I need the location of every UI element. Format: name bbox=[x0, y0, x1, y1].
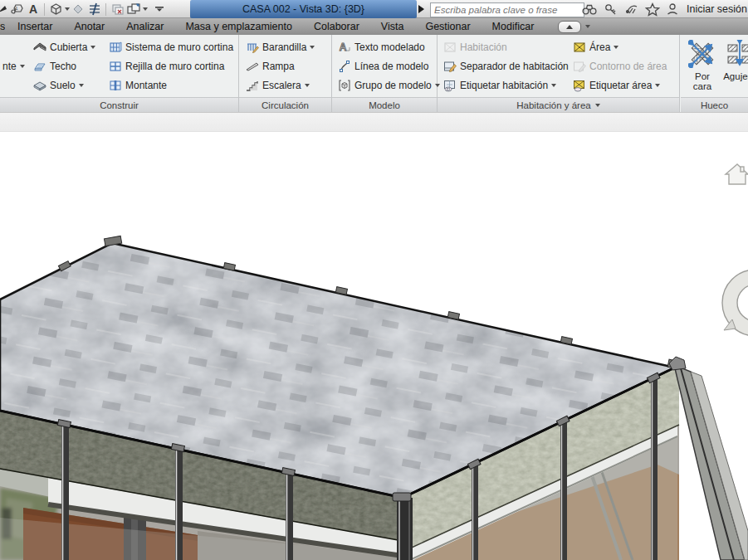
signin-label[interactable]: Iniciar sesión bbox=[687, 3, 747, 15]
customize-qat-icon[interactable] bbox=[151, 1, 168, 17]
chevron-down-icon bbox=[551, 84, 556, 87]
revit-window: 1 A bbox=[0, 0, 748, 560]
sloped-glazing-right[interactable] bbox=[669, 357, 748, 560]
area-button[interactable]: Área bbox=[570, 37, 678, 56]
panel-construir: nte Cubierta Techo bbox=[0, 35, 239, 112]
tab-overflow-fragment[interactable]: s bbox=[0, 21, 5, 32]
ribbon-collapse-button[interactable] bbox=[558, 21, 581, 33]
montante-icon bbox=[109, 79, 122, 92]
por-cara-icon bbox=[688, 40, 716, 68]
texto-modelado-button[interactable]: A Texto modelado bbox=[335, 37, 435, 56]
search-input[interactable] bbox=[430, 2, 584, 17]
tag-icon[interactable]: 1 bbox=[8, 1, 25, 17]
agujero-button[interactable]: Agujero bbox=[723, 37, 748, 91]
tab-anotar[interactable]: Anotar bbox=[74, 21, 105, 32]
grupo-de-modelo-button[interactable]: Grupo de modelo bbox=[335, 75, 435, 95]
quick-access-toolbar: 1 A bbox=[0, 0, 168, 18]
linea-de-modelo-button[interactable]: Línea de modelo bbox=[335, 56, 435, 75]
chevron-down-icon bbox=[90, 46, 95, 49]
contorno-de-area-button: Contorno de área bbox=[570, 56, 678, 75]
signin-person-icon[interactable] bbox=[666, 2, 679, 16]
close-hidden-windows-icon[interactable] bbox=[109, 1, 125, 17]
document-title: CASA 002 - Vista 3D: {3D} bbox=[190, 0, 417, 18]
panel-circulacion: Barandilla Rampa Escalera Circulación bbox=[239, 35, 332, 112]
linea-de-modelo-icon bbox=[338, 60, 351, 73]
barandilla-icon bbox=[246, 41, 259, 54]
cubierta-icon bbox=[33, 41, 46, 54]
qat-separator bbox=[44, 3, 45, 16]
model-3d-view[interactable] bbox=[0, 132, 748, 560]
tab-gestionar[interactable]: Gestionar bbox=[425, 21, 470, 32]
cubierta-button[interactable]: Cubierta bbox=[31, 37, 110, 56]
ribbon-tab-bar: s Insertar Anotar Analizar Masa y emplaz… bbox=[0, 18, 748, 35]
communication-center-icon[interactable] bbox=[624, 2, 639, 16]
etiquetar-area-button[interactable]: Etiquetar área bbox=[570, 75, 678, 95]
infocenter-expand-arrow-icon[interactable] bbox=[418, 5, 424, 13]
infocenter-icons: Iniciar sesión bbox=[581, 0, 747, 18]
svg-text:A: A bbox=[29, 2, 37, 16]
suelo-button[interactable]: Suelo bbox=[31, 75, 110, 95]
text-icon[interactable]: A bbox=[25, 1, 42, 17]
habitacion-button: Habitación bbox=[441, 37, 570, 56]
agujero-icon bbox=[726, 40, 748, 68]
barandilla-button[interactable]: Barandilla bbox=[243, 37, 330, 56]
chevron-down-icon bbox=[655, 84, 660, 87]
panel-modelo: A Texto modelado Línea de modelo bbox=[332, 35, 438, 112]
panel-hueco: Por cara Agujero Hueco bbox=[681, 35, 748, 112]
ribbon-collapse-options-icon[interactable] bbox=[585, 25, 590, 28]
escalera-button[interactable]: Escalera bbox=[243, 75, 330, 95]
chevron-down-icon bbox=[79, 84, 84, 87]
search-binoculars-icon[interactable] bbox=[581, 2, 598, 16]
techo-icon bbox=[33, 60, 46, 73]
habitacion-icon bbox=[443, 41, 457, 54]
drawing-area[interactable] bbox=[0, 132, 748, 560]
viewcube-home-icon[interactable] bbox=[726, 164, 748, 184]
steering-wheel[interactable] bbox=[722, 270, 748, 336]
panel-habitacion-y-area: Habitación Separador de habitación bbox=[438, 35, 680, 112]
chevron-down-icon bbox=[614, 46, 618, 49]
title-bar: 1 A bbox=[0, 0, 748, 18]
subscription-key-icon[interactable] bbox=[604, 2, 618, 16]
rejilla-muro-cortina-icon bbox=[109, 60, 122, 73]
modify-arrow-icon[interactable] bbox=[0, 1, 8, 17]
techo-button[interactable]: Techo bbox=[31, 56, 110, 75]
rejilla-muro-cortina-button[interactable]: Rejilla de muro cortina bbox=[106, 56, 237, 75]
separador-habitacion-icon bbox=[443, 60, 457, 73]
contorno-de-area-icon bbox=[573, 60, 586, 73]
etiquetar-habitacion-button[interactable]: Etiquetar habitación bbox=[441, 75, 570, 95]
qat-separator bbox=[105, 3, 106, 16]
rampa-icon bbox=[246, 60, 259, 73]
default-3d-view-icon[interactable] bbox=[47, 1, 64, 17]
tab-vista[interactable]: Vista bbox=[381, 21, 404, 32]
chevron-down-icon bbox=[305, 84, 310, 87]
svg-text:A: A bbox=[340, 41, 347, 53]
montante-button[interactable]: Montante bbox=[106, 75, 237, 95]
tab-analizar[interactable]: Analizar bbox=[126, 21, 164, 32]
ribbon: nte Cubierta Techo bbox=[0, 35, 748, 113]
componente-button-fragment[interactable]: nte bbox=[0, 56, 30, 75]
chevron-down-icon[interactable] bbox=[143, 7, 148, 11]
switch-windows-icon[interactable] bbox=[125, 1, 142, 17]
sistema-muro-cortina-button[interactable]: Sistema de muro cortina bbox=[106, 37, 237, 56]
etiquetar-habitacion-icon bbox=[443, 79, 457, 92]
thin-lines-icon[interactable] bbox=[86, 1, 103, 17]
tab-masa-y-emplazamiento[interactable]: Masa y emplazamiento bbox=[185, 21, 292, 32]
panel-label-hueco[interactable]: Hueco bbox=[681, 97, 748, 112]
chevron-down-icon bbox=[310, 46, 315, 49]
separador-habitacion-button[interactable]: Separador de habitación bbox=[441, 56, 570, 75]
area-icon bbox=[573, 41, 586, 54]
panel-label-construir[interactable]: Construir bbox=[0, 97, 238, 112]
panel-label-habitacion-y-area[interactable]: Habitación y área bbox=[438, 97, 679, 112]
etiquetar-area-icon bbox=[573, 79, 586, 92]
por-cara-button[interactable]: Por cara bbox=[686, 37, 719, 91]
section-icon[interactable] bbox=[70, 1, 86, 17]
panel-label-circulacion[interactable]: Circulación bbox=[239, 97, 331, 112]
tab-insertar[interactable]: Insertar bbox=[17, 21, 52, 32]
rampa-button[interactable]: Rampa bbox=[243, 56, 330, 75]
tab-colaborar[interactable]: Colaborar bbox=[314, 21, 359, 32]
grupo-de-modelo-icon bbox=[338, 79, 351, 92]
tab-modificar[interactable]: Modificar bbox=[492, 21, 535, 32]
chevron-down-icon bbox=[20, 65, 25, 68]
favorites-star-icon[interactable] bbox=[645, 2, 660, 17]
panel-label-modelo[interactable]: Modelo bbox=[332, 97, 437, 112]
